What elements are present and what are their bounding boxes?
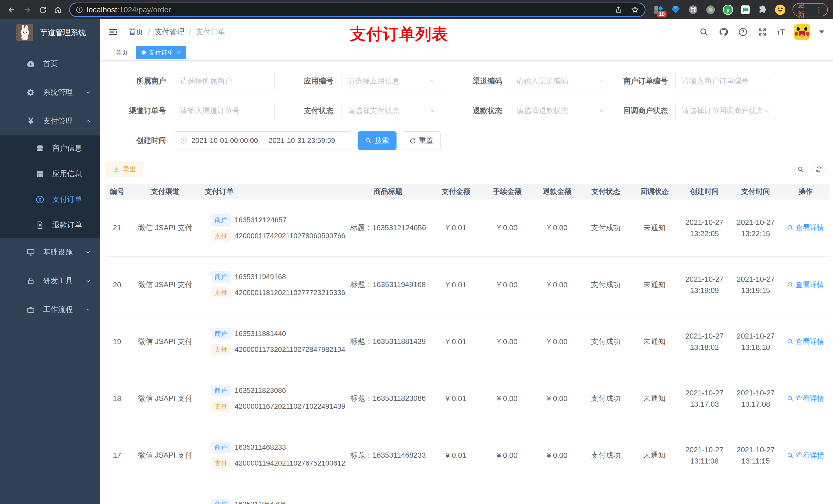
sidebar-item-infra[interactable]: 基础设施 [0,238,100,267]
merchant-filter-input[interactable]: 请选择所属商户 [174,72,275,90]
channel-code-select[interactable]: 请输入渠道编码 [510,72,611,90]
fee-amount: ¥ 0.00 [481,370,533,427]
chevron-down-icon [85,278,91,284]
extension-gem-icon[interactable] [670,4,681,15]
extension-command-icon[interactable] [688,4,699,15]
col-refund: 退款金额 [533,184,581,199]
fee-amount: ¥ 0.00 [481,427,533,484]
merchant-order-no: 1635311823086 [235,386,286,394]
bookmark-star-icon[interactable] [631,6,639,14]
browser-refresh-icon[interactable] [36,3,49,16]
paid-time: 2021-10-27 13:22:15 [730,199,781,256]
tab-home[interactable]: 首页 [110,46,133,59]
merchant-order-no: 1635311054796 [235,500,286,504]
breadcrumb-home[interactable]: 首页 [128,27,143,37]
refund-amount: ¥ 0.00 [533,313,581,370]
view-detail-link[interactable]: 查看详情 [787,337,824,346]
url-bar[interactable]: localhost :1024/pay/order [69,3,645,17]
filter-label: 渠道订单号 [106,106,174,116]
view-detail-link[interactable]: 查看详情 [787,393,824,403]
fee-amount [481,484,533,504]
view-detail-link[interactable]: 查看详情 [787,223,824,233]
goods-title [346,484,430,504]
refresh-table-button[interactable] [812,163,826,176]
pay-amount [430,484,481,504]
notify-status: 未通知 [630,256,679,313]
clock-icon [180,137,187,144]
notify-status-select[interactable]: 请选择订单回调商户状态 [675,102,777,120]
refund-amount [533,484,581,504]
sidebar-item-label: 首页 [43,58,58,69]
order-id: 20 [106,256,128,313]
fullscreen-icon[interactable] [757,27,767,37]
extensions-puzzle-icon[interactable] [757,4,768,15]
paid-time: 2021-10-27 13:19:15 [730,256,781,313]
pay-tag: 支付 [211,458,231,469]
tab-pay-order[interactable]: 支付订单 × [136,46,186,59]
sidebar-item-merchant-info[interactable]: 商户信息 [0,136,100,161]
browser-update-button[interactable]: 更新 ⋮ [792,3,828,16]
close-icon[interactable]: × [177,49,181,56]
share-icon[interactable] [615,6,622,14]
avatar[interactable] [794,24,810,40]
pay-channel: 微信 JSAPI 支付 [128,427,203,484]
pay-amount: ¥ 0.01 [430,199,481,256]
font-size-icon[interactable]: TT [777,28,785,37]
sidebar-item-pay-management[interactable]: ¥ 支付管理 [0,107,100,136]
refund-status-select[interactable]: 请选择退款状态 [510,102,611,120]
channel-order-no-input[interactable]: 请输入渠道订单号 [174,102,275,120]
extension-y-icon[interactable]: y [722,4,734,15]
extension-emoji-icon[interactable] [775,4,786,15]
app-title: 芋道管理系统 [40,27,86,38]
sidebar-item-pay-order[interactable]: 支付订单 [0,187,100,212]
pay-tag: 支付 [211,401,231,412]
sidebar-item-dev-tools[interactable]: 研发工具 [0,267,100,295]
toggle-search-button[interactable] [794,163,807,176]
browser-forward-icon[interactable] [21,3,34,16]
sidebar-item-app-info[interactable]: 应用信息 [0,161,100,187]
browser-menu-icon[interactable]: ⋮ [815,6,823,14]
filter-label: 渠道编码 [442,76,510,86]
view-detail-link[interactable]: 查看详情 [787,451,824,460]
sidebar-collapse-icon[interactable] [108,26,119,38]
reset-button[interactable]: 重置 [402,131,441,150]
sidebar-logo[interactable]: 芋道管理系统 [0,19,100,46]
pay-amount: ¥ 0.01 [430,370,481,427]
sidebar-item-workflow[interactable]: 工作流程 [0,295,100,324]
pay-status-select[interactable]: 请选择支付状态 [341,102,442,120]
sidebar-item-system[interactable]: 系统管理 [0,78,100,107]
table-row: 19 微信 JSAPI 支付 商户 1635311881440 支付 42000… [106,313,830,370]
site-info-icon[interactable] [76,6,83,14]
merchant-order-no-input[interactable]: 请输入商户订单编号 [675,72,777,90]
search-icon[interactable] [699,27,709,37]
create-time-range-picker[interactable]: 2021-10-01 00:00:00 - 2021-10-31 23:59:5… [174,131,351,150]
view-detail-link[interactable]: 查看详情 [787,280,824,290]
pay-order-cell: 商户 1635311949168 支付 42000011812021102777… [203,271,346,298]
help-icon[interactable] [738,27,748,37]
date-separator: - [262,137,264,145]
sidebar-item-refund-order[interactable]: 退款订单 [0,212,100,238]
avatar-caret-icon[interactable] [819,30,824,33]
browser-back-icon[interactable] [5,3,19,16]
extension-gray-dot-icon[interactable] [705,4,716,15]
paid-time: 2021-10-27 13:11:15 [730,427,781,484]
export-button[interactable]: 导出 [106,162,143,177]
chevron-down-icon [85,89,91,96]
sidebar-item-label: 研发工具 [43,276,73,286]
filter-label: 商户订单编号 [611,76,675,86]
github-icon[interactable] [718,27,729,37]
grid-table-icon [35,169,45,179]
chevron-down-icon [430,108,436,114]
refund-amount: ¥ 0.00 [533,370,581,427]
document-icon [35,220,45,230]
app-filter-select[interactable]: 请选择应用信息 [341,72,442,90]
sidebar-item-home[interactable]: 首页 [0,49,100,78]
breadcrumb-pay-management[interactable]: 支付管理 [155,27,185,37]
paid-time [730,484,781,504]
extension-chat-icon[interactable] [740,4,751,15]
sidebar-item-label: 基础设施 [43,247,73,257]
browser-home-icon[interactable] [51,3,65,16]
search-button[interactable]: 搜索 [358,131,397,150]
browser-chrome: localhost :1024/pay/order 10 y [0,0,833,19]
extension-utools-icon[interactable]: 10 [653,4,664,15]
